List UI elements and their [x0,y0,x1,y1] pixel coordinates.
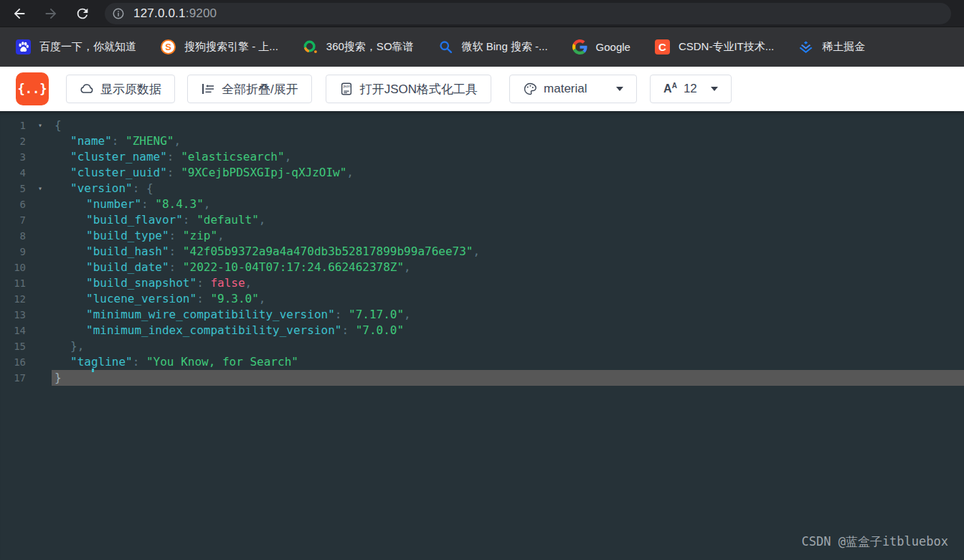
token-punc: } [55,371,62,384]
line-number: 12 [0,291,29,307]
open-json-tool-button[interactable]: json 打开JSON格式化工具 [326,75,491,103]
bookmark-label: 微软 Bing 搜索 -... [462,40,548,54]
code-line: 5 ▾ "version": { [0,181,964,196]
token-punc: : [167,150,181,163]
code-line: 9 "build_hash": "42f05b9372a9a4a470db3b5… [0,244,964,260]
token-punc: , [285,150,292,163]
fold-toggle [29,212,52,228]
token-key: "build_flavor" [86,213,183,227]
line-number: 4 [0,165,29,181]
code-line: 3 "cluster_name": "elasticsearch", [0,149,964,165]
line-number: 6 [0,196,29,212]
bookmark-juejin[interactable]: 稀土掘金 [798,39,865,54]
token-str: "ZHENG" [126,134,174,148]
code-line: 10 "build_date": "2022-10-04T07:17:24.66… [0,260,964,275]
bookmark-google[interactable]: Google [572,39,630,54]
bookmark-360[interactable]: 360搜索，SO靠谱 [303,39,414,54]
collapse-expand-all-label: 全部折叠/展开 [222,81,298,98]
browser-toolbar: 127.0.0.1:9200 [0,0,964,27]
code-line-content: } [52,370,964,386]
url-bar[interactable]: 127.0.0.1:9200 [105,3,951,24]
url-port: :9200 [186,6,217,20]
show-raw-data-button[interactable]: 显示原数据 [66,75,175,103]
code-line: 12 "lucene_version": "9.3.0", [0,291,964,307]
token-punc: , [404,308,411,321]
token-str: "elasticsearch" [181,150,285,163]
forward-button[interactable] [39,1,63,26]
token-key: "name" [70,134,112,148]
theme-dropdown[interactable]: material [509,75,637,103]
bookmark-label: CSDN-专业IT技术... [679,40,774,54]
back-arrow-icon [11,6,27,22]
token-punc: : [112,134,126,148]
fold-toggle[interactable]: ▾ [29,118,52,133]
back-button[interactable] [7,1,32,26]
cloud-icon [80,82,94,96]
fold-toggle [29,338,52,354]
line-number: 15 [0,338,29,354]
token-str: "42f05b9372a9a4a470db3b52817899b99a76ee7… [183,245,473,258]
code-line-content: "cluster_uuid": "9XCejbPDSXGIpj-qXJzOIw"… [52,165,964,181]
code-line-content: "minimum_index_compatibility_version": "… [52,323,964,338]
refresh-button[interactable] [70,1,95,26]
code-line: 7 "build_flavor": "default", [0,212,964,228]
token-key: "tagline" [70,355,133,369]
fold-toggle [29,354,52,370]
code-line: 17 } [0,370,964,386]
token-punc: : [183,213,197,227]
bookmark-baidu[interactable]: 百度一下，你就知道 [16,39,136,54]
bookmark-csdn[interactable]: C CSDN-专业IT技术... [655,39,774,54]
bookmark-label: 稀土掘金 [822,40,865,54]
token-key: "build_hash" [86,245,169,258]
json-formatter-toolbar: {..} 显示原数据 全部折叠/展开 json 打开JSON格式化工具 [0,67,964,111]
font-size-icon: AA [663,82,677,95]
token-key: "cluster_uuid" [70,166,167,179]
bookmark-bing[interactable]: 微软 Bing 搜索 -... [438,39,548,54]
line-number: 10 [0,260,29,275]
bookmark-label: 百度一下，你就知道 [39,40,136,54]
chevron-down-icon [711,87,718,91]
code-line-content: "build_type": "zip", [52,228,964,244]
fold-toggle [29,275,52,291]
token-punc: : [169,245,183,258]
token-str: "7.0.0" [356,323,404,337]
token-punc: : [197,276,210,290]
token-str: "You Know, for Search" [146,355,298,369]
code-line-content: "build_hash": "42f05b9372a9a4a470db3b528… [52,244,964,260]
token-punc: { [55,118,62,132]
token-punc: : [341,323,355,337]
code-line-content: "name": "ZHENG", [52,133,964,149]
font-size-dropdown[interactable]: AA 12 [650,75,732,103]
token-punc: , [404,260,411,274]
code-line: 15 }, [0,338,964,354]
code-line-content: "build_snapshot": false, [52,275,964,291]
font-size-dropdown-value: 12 [684,82,697,96]
code-line: 8 "build_type": "zip", [0,228,964,244]
fold-toggle[interactable]: ▾ [29,181,52,196]
token-key: "lucene_version" [86,292,197,305]
code-line-content: "minimum_wire_compatibility_version": "7… [52,307,964,323]
collapse-expand-icon [201,82,215,96]
line-number: 11 [0,275,29,291]
token-punc: , [259,292,266,305]
code-line-content: "build_date": "2022-10-04T07:17:24.66246… [52,260,964,275]
refresh-icon [75,6,90,22]
code-line: 16 "tagline": "You Know, for Search" [0,354,964,370]
360-icon [303,39,318,54]
fold-toggle [29,196,52,212]
bookmark-sogou[interactable]: S 搜狗搜索引擎 - 上... [161,39,278,54]
csdn-icon: C [655,39,670,54]
token-punc: }, [70,339,84,353]
token-punc: : [141,197,155,211]
token-punc: : [169,260,183,274]
json-formatter-logo: {..} [16,72,49,105]
line-number: 9 [0,244,29,260]
theme-dropdown-value: material [544,82,587,96]
token-punc: : [169,229,183,242]
fold-toggle [29,228,52,244]
token-punc: , [217,229,225,242]
code-line: 1 ▾ { [0,118,964,133]
token-key: "number" [86,197,141,211]
collapse-expand-all-button[interactable]: 全部折叠/展开 [187,75,312,103]
token-str: "7.17.0" [349,308,404,321]
